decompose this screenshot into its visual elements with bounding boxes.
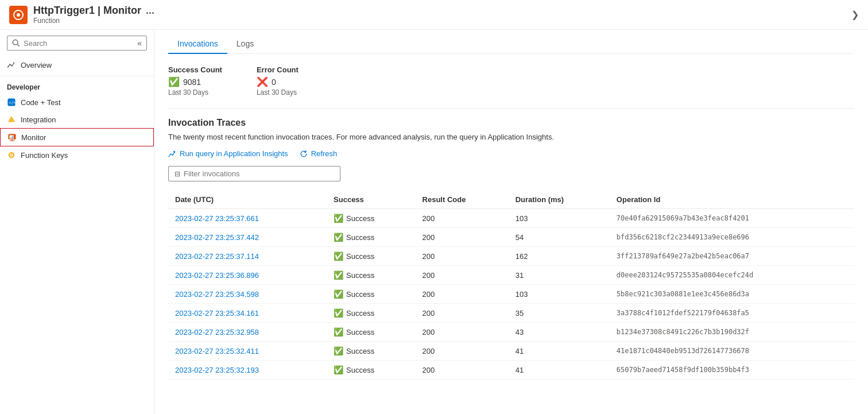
sidebar-item-code-test[interactable]: </> Code + Test — [0, 94, 154, 111]
search-input[interactable] — [24, 39, 134, 48]
sidebar-item-monitor[interactable]: 📊 Monitor — [0, 128, 154, 146]
success-text: Success — [346, 347, 374, 355]
table-cell-operation-id: bfd356c6218cf2c2344913a9ece8e696 — [610, 228, 854, 247]
svg-point-5 — [13, 62, 14, 63]
sidebar-item-overview-label: Overview — [21, 61, 52, 69]
tab-logs[interactable]: Logs — [227, 34, 263, 54]
table-cell-duration: 35 — [509, 304, 610, 323]
success-text: Success — [346, 271, 374, 280]
invocation-traces-title: Invocation Traces — [168, 118, 854, 128]
date-link[interactable]: 2023-02-27 23:25:32.411 — [175, 347, 259, 355]
table-cell-date: 2023-02-27 23:25:37.661 — [168, 209, 327, 228]
refresh-link[interactable]: Refresh — [300, 149, 338, 158]
sidebar-developer-label: Developer — [0, 79, 154, 94]
success-check-icon: ✅ — [334, 365, 343, 374]
success-check-icon: ✅ — [334, 252, 343, 261]
sidebar-item-function-keys-label: Function Keys — [21, 151, 68, 160]
table-cell-date: 2023-02-27 23:25:34.161 — [168, 304, 327, 323]
success-text: Success — [346, 252, 374, 261]
date-link[interactable]: 2023-02-27 23:25:37.661 — [175, 214, 259, 223]
table-row: 2023-02-27 23:25:32.411 ✅ Success 200 41… — [168, 342, 854, 361]
table-cell-success: ✅ Success — [327, 285, 415, 304]
sidebar-divider-1 — [0, 76, 154, 76]
table-cell-date: 2023-02-27 23:25:37.114 — [168, 247, 327, 266]
header-subtitle: Function — [33, 17, 154, 25]
error-icon: ❌ — [257, 76, 268, 87]
integration-icon — [7, 115, 16, 124]
filter-input-wrap[interactable]: ⊟ — [168, 166, 340, 181]
main-layout: « Overview Developer </> — [0, 30, 868, 414]
date-link[interactable]: 2023-02-27 23:25:32.958 — [175, 328, 259, 336]
sidebar-item-overview[interactable]: Overview — [0, 56, 154, 73]
run-query-icon — [168, 150, 176, 158]
date-link[interactable]: 2023-02-27 23:25:34.598 — [175, 290, 259, 299]
table-row: 2023-02-27 23:25:34.598 ✅ Success 200 10… — [168, 285, 854, 304]
ellipsis-menu[interactable]: ... — [146, 5, 154, 17]
success-count-value: ✅ 9081 — [168, 76, 222, 87]
run-query-link[interactable]: Run query in Application Insights — [168, 149, 288, 158]
header-right: ❯ — [851, 9, 859, 20]
success-check-icon: ✅ — [168, 76, 180, 87]
chevron-right-icon[interactable]: ❯ — [851, 9, 859, 20]
top-header: HttpTrigger1 | Monitor ... Function ❯ — [0, 0, 868, 30]
invocations-table: Date (UTC) Success Result Code Duration … — [168, 191, 854, 380]
success-text: Success — [346, 309, 374, 318]
success-check-icon: ✅ — [334, 346, 343, 355]
table-cell-duration: 41 — [509, 342, 610, 361]
table-cell-result-code: 200 — [416, 342, 509, 361]
svg-line-1 — [17, 44, 19, 46]
table-cell-result-code: 200 — [416, 209, 509, 228]
success-check-icon: ✅ — [334, 270, 343, 280]
date-link[interactable]: 2023-02-27 23:25:34.161 — [175, 309, 259, 318]
filter-icon: ⊟ — [175, 170, 180, 178]
search-box[interactable]: « — [7, 36, 147, 51]
success-text: Success — [346, 214, 374, 223]
table-cell-result-code: 200 — [416, 323, 509, 342]
app-icon — [9, 6, 28, 24]
table-cell-duration: 41 — [509, 361, 610, 380]
table-cell-date: 2023-02-27 23:25:37.442 — [168, 228, 327, 247]
sidebar-item-monitor-label: Monitor — [21, 133, 46, 142]
table-row: 2023-02-27 23:25:36.896 ✅ Success 200 31… — [168, 266, 854, 285]
error-count-label: Error Count — [257, 65, 299, 74]
table-cell-result-code: 200 — [416, 228, 509, 247]
date-link[interactable]: 2023-02-27 23:25:37.114 — [175, 252, 259, 261]
table-cell-result-code: 200 — [416, 266, 509, 285]
date-link[interactable]: 2023-02-27 23:25:37.442 — [175, 233, 259, 242]
page-title: HttpTrigger1 | Monitor — [33, 5, 141, 17]
success-text: Success — [346, 366, 374, 374]
table-cell-operation-id: 65079b7aeed71458f9df100b359bb4f3 — [610, 361, 854, 380]
sidebar-item-integration-label: Integration — [21, 115, 56, 124]
table-row: 2023-02-27 23:25:37.442 ✅ Success 200 54… — [168, 228, 854, 247]
code-test-icon: </> — [7, 98, 16, 107]
col-date: Date (UTC) — [168, 191, 327, 209]
table-cell-operation-id: b1234e37308c8491c226c7b3b190d32f — [610, 323, 854, 342]
table-cell-result-code: 200 — [416, 285, 509, 304]
overview-icon — [7, 60, 16, 69]
function-keys-icon — [7, 150, 16, 160]
table-row: 2023-02-27 23:25:37.114 ✅ Success 200 16… — [168, 247, 854, 266]
error-count-value: ❌ 0 — [257, 76, 299, 87]
error-count-stat: Error Count ❌ 0 Last 30 Days — [257, 65, 299, 96]
table-cell-operation-id: 70e40fa62915069a7b43e3feac8f4201 — [610, 209, 854, 228]
table-cell-duration: 162 — [509, 247, 610, 266]
table-cell-success: ✅ Success — [327, 323, 415, 342]
tab-invocations[interactable]: Invocations — [168, 34, 227, 54]
date-link[interactable]: 2023-02-27 23:25:32.193 — [175, 366, 259, 374]
table-cell-success: ✅ Success — [327, 247, 415, 266]
sidebar-item-function-keys[interactable]: Function Keys — [0, 146, 154, 164]
table-cell-operation-id: 3ff213789af649e27a2be42b5eac06a7 — [610, 247, 854, 266]
filter-invocations-input[interactable] — [184, 169, 334, 178]
table-row: 2023-02-27 23:25:32.193 ✅ Success 200 41… — [168, 361, 854, 380]
tabs-bar: Invocations Logs — [168, 30, 854, 54]
date-link[interactable]: 2023-02-27 23:25:36.896 — [175, 271, 259, 280]
svg-point-4 — [11, 65, 13, 67]
table-cell-date: 2023-02-27 23:25:32.411 — [168, 342, 327, 361]
col-success: Success — [327, 191, 415, 209]
refresh-label: Refresh — [311, 149, 338, 158]
svg-point-15 — [11, 154, 13, 156]
sidebar-item-integration[interactable]: Integration — [0, 111, 154, 128]
table-cell-result-code: 200 — [416, 247, 509, 266]
collapse-sidebar-button[interactable]: « — [137, 38, 142, 48]
success-count-sublabel: Last 30 Days — [168, 88, 222, 96]
